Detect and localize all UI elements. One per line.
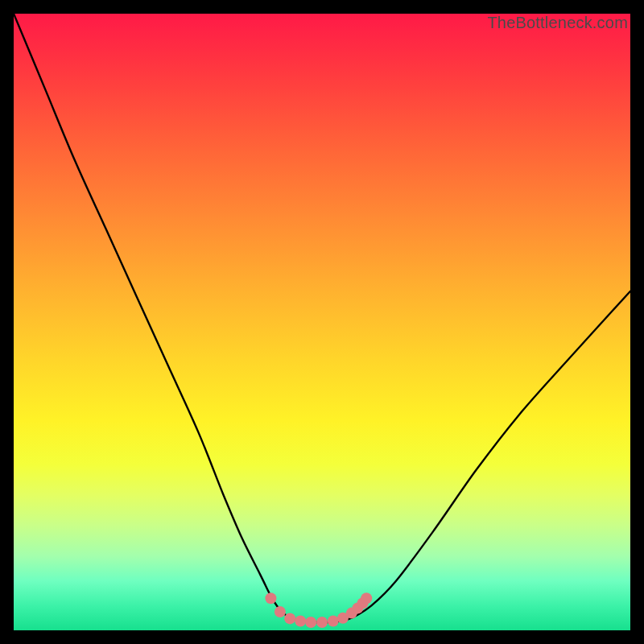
marker-dot xyxy=(361,592,372,604)
plot-area xyxy=(14,14,630,630)
marker-dot xyxy=(316,617,328,628)
curve-path xyxy=(14,14,630,622)
marker-dot xyxy=(265,592,276,604)
optimal-range-markers xyxy=(265,592,372,628)
chart-svg xyxy=(14,14,630,630)
marker-dot xyxy=(284,613,295,624)
chart-frame: TheBottleneck.com xyxy=(0,0,644,644)
marker-dot xyxy=(275,606,286,617)
marker-dot xyxy=(328,616,339,627)
marker-dot xyxy=(295,616,306,627)
marker-dot xyxy=(305,617,316,628)
bottleneck-curve xyxy=(14,14,630,622)
